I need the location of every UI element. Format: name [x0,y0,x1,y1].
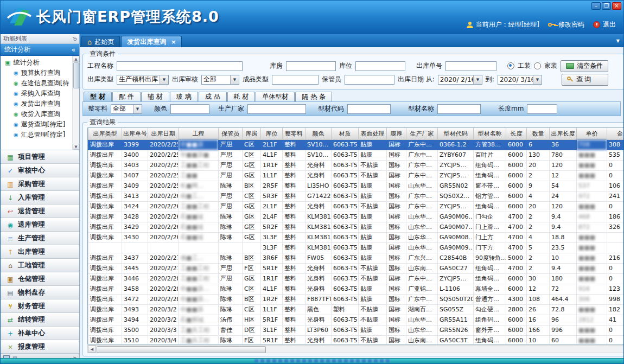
table-row[interactable]: 调拨出库34582020/2/28华■■源…陈琳C区4L1F整料光身料6063-… [88,284,624,294]
table-row[interactable]: 调拨出库34242020/2/26工■■工程严思G区2L1F整料光身料6063-… [88,201,624,212]
table-row[interactable]: 调拨出库34092020/2/25长■网…陈琳B区2R5F整料LI35HO606… [88,181,624,191]
column-header[interactable]: 生产厂家 [406,128,438,139]
menu-item[interactable]: ✓审核中心 [1,164,79,177]
table-row[interactable]: 调拨出库34722020/2/28华■■源…陈琳B区1R2F整料F887TFT6… [88,294,624,304]
order-no-input[interactable] [445,61,496,71]
menu-item[interactable]: ¥财务管理 [1,299,79,313]
tree-item[interactable]: ◉在途信息查询[待 [1,78,79,88]
table-row[interactable]: 调拨出库34462020/2/28工■■工程严思G区1R1F整料光身料6063-… [88,273,624,284]
logout-button[interactable]: 退出 [593,20,616,29]
menu-item[interactable]: ▤物料盘存 [1,286,79,299]
maximize-button[interactable]: ❐ [602,2,611,10]
keeper-input[interactable] [345,75,394,85]
collapse-icon[interactable]: « [72,46,75,54]
color-input[interactable] [170,104,209,114]
length-input[interactable] [527,104,557,114]
minimize-button[interactable]: – [591,2,601,10]
horizontal-scroll-thumb[interactable] [97,346,266,353]
scroll-down-icon[interactable]: ▼ [73,144,79,150]
date-from-picker[interactable]: 2020/ 2/16▼ [438,75,482,85]
table-row[interactable]: 调拨出库34072020/2/25工■■严思G区1L1F整料光身料6063-T5… [88,170,624,181]
manufacturer-input[interactable] [247,104,306,114]
category-tab[interactable]: 耗 材 [227,92,256,101]
column-header[interactable]: 数量 [527,128,550,139]
column-header[interactable]: 长度 [506,128,527,139]
table-row[interactable]: 调拨出库35102020/3/4工■共工程陈琳F区5R1F整料光身料6063-T… [88,335,624,344]
menu-item[interactable]: +补单中心 [1,327,79,340]
table-row[interactable]: 调拨出库34942020/3/2石■辉城汤伟H区5R1F整料光身料6063-T5… [88,315,624,325]
category-tab[interactable]: 型 材 [84,92,112,101]
tree-item[interactable]: ◉退货查询[待定] [1,119,79,130]
scroll-left-icon[interactable]: ◀ [88,346,96,353]
tab-close-icon[interactable]: × [171,39,176,46]
category-tab[interactable]: 隔 热 条 [295,92,332,101]
table-row[interactable]: 调拨出库34932020/3/2华■■源陈琳C区1L1F整料黑色塑料不贴膜国标湖… [88,304,624,315]
column-header[interactable]: 颜色 [305,128,332,139]
menu-item[interactable]: ▦项目管理 [1,150,79,164]
table-row[interactable]: 调拨出库34032020/2/25工■■工程严思G区1R1F整料光身料6063-… [88,160,624,170]
tree-scroll-thumb[interactable] [73,62,79,88]
profile-name-input[interactable] [437,104,481,114]
sidebar-section-header[interactable]: 统计分析 « [1,44,79,56]
scroll-up-icon[interactable]: ▲ [73,56,79,62]
category-tab[interactable]: 成 品 [199,92,227,101]
tab-start-page[interactable]: ⌂ 起始页 [81,36,120,47]
category-tab[interactable]: 单体型材 [256,92,295,101]
column-header[interactable]: 出库长度 [550,128,577,139]
pin-icon[interactable]: ⚲ [71,35,78,42]
column-header[interactable]: 膜厚 [387,128,406,139]
column-header[interactable]: 出库单号 [122,128,148,139]
table-row[interactable]: 调拨出库33992020/2/25华■■源严思C区2L1F整料SV10…6063… [88,139,624,150]
category-tab[interactable]: 玻 璃 [170,92,198,101]
table-row[interactable]: 调拨出库34372020/2/27佛■工…陈琳B区3R6F整料FW056063-… [88,253,624,263]
tree-item[interactable]: ◉采购入库查询 [1,88,79,99]
audit-select[interactable]: 全部▼ [201,75,239,85]
date-to-picker[interactable]: 2020/ 3/16▼ [498,75,542,85]
table-row[interactable]: 3L3F整料KLM38176063-T5贴膜国标山东华…GA90M09…门下方4… [88,242,624,253]
warehouse-input[interactable] [286,61,336,71]
project-name-input[interactable] [117,61,243,71]
column-header[interactable]: 型材代码 [438,128,474,139]
column-header[interactable]: 保管员 [219,128,243,139]
close-button[interactable]: × [612,2,621,10]
table-row[interactable]: 调拨出库34282020/2/26石■■城陈琳G区2L4F整料KLM381760… [88,212,624,222]
column-header[interactable]: 单价 [577,128,607,139]
table-row[interactable]: 调拨出库34302020/2/26石■■城陈琳G区3L3F整料KLM381760… [88,232,624,242]
change-password-button[interactable]: 修改密码 [548,20,584,29]
product-type-input[interactable] [272,75,319,85]
column-header[interactable]: 工程 [179,128,219,139]
column-header[interactable]: 金 [607,128,624,139]
menu-item[interactable]: ▣仓储管理 [1,272,79,286]
menu-item[interactable]: ⇄结转管理 [1,313,79,327]
menu-item[interactable]: ×报废管理 [1,340,79,354]
menu-item[interactable]: ↩退货管理 [1,205,79,218]
menu-item[interactable]: ▥采购管理 [1,177,79,191]
table-row[interactable]: 调拨出库34452020/2/27工■■工程严思F区5R1F整料光身料6063-… [88,263,624,273]
radio-home[interactable] [534,62,541,69]
tree-item[interactable]: ◉预算执行查询 [1,68,79,78]
table-row[interactable]: 调拨出库34132020/2/26南■工…严思C区5R3F整料G71422606… [88,191,624,201]
menu-item[interactable]: ↑出库管理 [1,245,79,259]
tree-item[interactable]: ◉收货入库查询 [1,109,79,119]
table-row[interactable]: 调拨出库34292020/2/26石■■城陈琳G区5R2F整料KLM381760… [88,222,624,232]
column-header[interactable]: 整零料 [283,128,305,139]
location-input[interactable] [355,61,405,71]
table-row[interactable]: 调拨出库35002020/3/3工■共工程曹佳D区3L1F整料LT3P60606… [88,325,624,335]
category-tab[interactable]: 辅 材 [141,92,169,101]
column-header[interactable]: 出库日期 [148,128,179,139]
clear-conditions-button[interactable]: 清空条件 [561,60,608,72]
search-button[interactable]: 查 询 [562,74,608,86]
whole-part-select[interactable]: 全部▼ [111,104,142,114]
radio-industrial[interactable] [507,62,514,69]
table-row[interactable]: 调拨出库34002020/2/25华■■源■严思C区4L1F整料SV10…606… [88,150,624,160]
tab-list-dropdown-icon[interactable]: ▼ [616,39,620,43]
tab-shipment-outbound-query[interactable]: 发货出库查询 × [121,36,182,47]
column-header[interactable]: 库房 [243,128,261,139]
tree-root-statistics[interactable]: ▣ 统计分析 [1,58,79,68]
tree-item[interactable]: ◉汇总管理[待定] [1,130,79,140]
category-tab[interactable]: 配 件 [112,92,141,101]
tree-scrollbar[interactable]: ▲ ▼ [72,56,79,150]
column-header[interactable]: 表面处理 [359,128,387,139]
profile-code-input[interactable] [347,104,391,114]
menu-item[interactable]: ↓入库管理 [1,191,79,205]
